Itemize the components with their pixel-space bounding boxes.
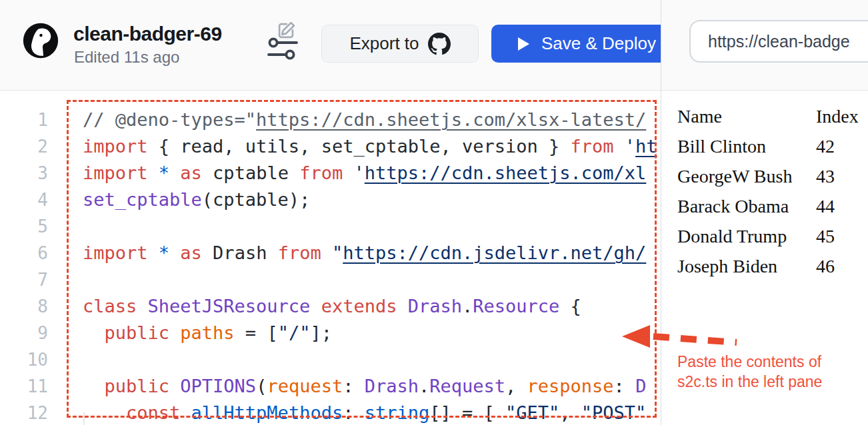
code-line[interactable]: 2import { read, utils, set_cptable, vers… [0, 133, 661, 160]
index-cell: 44 [816, 191, 859, 221]
index-cell: 43 [816, 161, 859, 191]
name-cell: Bill Clinton [677, 131, 816, 161]
code-text: public OPTIONS(request: Drash.Request, r… [83, 373, 646, 400]
table-row: Donald Trump45 [677, 221, 859, 251]
table-row: Barack Obama44 [677, 191, 859, 221]
code-lines: 1// @deno-types="https://cdn.sheetjs.com… [0, 107, 661, 425]
project-title: clean-badger-69 [73, 23, 222, 45]
name-cell: Name [677, 101, 816, 131]
line-number: 11 [0, 373, 48, 400]
index-cell: 42 [816, 131, 859, 161]
code-line[interactable]: 3import * as cptable from 'https://cdn.s… [0, 160, 661, 187]
code-text: import * as Drash from "https://cdn.jsde… [83, 240, 646, 266]
preview-toolbar [661, 0, 868, 91]
table-header-row: NameIndex [677, 101, 859, 131]
code-text: import * as cptable from 'https://cdn.sh… [83, 160, 646, 187]
code-text: import { read, utils, set_cptable, versi… [83, 133, 657, 160]
code-text: class SheetJSResource extends Drash.Reso… [83, 293, 581, 320]
line-number: 12 [0, 400, 48, 425]
code-line[interactable]: 8class SheetJSResource extends Drash.Res… [0, 293, 661, 320]
line-number: 3 [0, 160, 48, 187]
save-button-label: Save & Deploy [541, 33, 656, 54]
code-line[interactable]: 9 public paths = ["/"]; [0, 320, 661, 346]
name-cell: Barack Obama [677, 191, 816, 221]
line-number: 6 [0, 240, 48, 266]
export-button-label: Export to [349, 33, 419, 54]
save-deploy-button[interactable]: Save & Deploy [491, 25, 661, 63]
code-text: set_cptable(cptable); [83, 187, 310, 213]
play-icon [518, 37, 529, 51]
playground-header: clean-badger-69 Edited 11s ago Export to… [0, 0, 661, 91]
index-cell: 46 [816, 251, 859, 281]
github-icon [428, 33, 451, 55]
line-number: 4 [0, 187, 48, 213]
code-text: // @deno-types="https://cdn.sheetjs.com/… [83, 107, 646, 133]
line-number: 8 [0, 293, 48, 320]
table-row: Bill Clinton42 [677, 131, 859, 161]
code-line[interactable]: 1// @deno-types="https://cdn.sheetjs.com… [0, 107, 661, 133]
url-input[interactable] [689, 20, 868, 63]
line-number: 10 [0, 346, 48, 373]
share-settings-icon[interactable] [267, 37, 298, 61]
code-text: public paths = ["/"]; [83, 320, 332, 346]
code-line[interactable]: 6import * as Drash from "https://cdn.jsd… [0, 240, 661, 266]
playground-pane: clean-badger-69 Edited 11s ago Export to… [0, 0, 661, 425]
code-editor[interactable]: 1// @deno-types="https://cdn.sheetjs.com… [0, 91, 661, 425]
indent-guide [83, 412, 85, 425]
name-cell: Donald Trump [677, 221, 816, 251]
code-line[interactable]: 7 [0, 266, 661, 293]
code-text: const allHttpMethods: string[] = [ "GET"… [83, 400, 646, 425]
results-table-body: NameIndexBill Clinton42GeorgeW Bush43Bar… [677, 101, 859, 281]
name-cell: GeorgeW Bush [677, 161, 816, 191]
code-line[interactable]: 5 [0, 213, 661, 240]
edited-timestamp: Edited 11s ago [74, 48, 179, 67]
code-line[interactable]: 12 const allHttpMethods: string[] = [ "G… [0, 400, 661, 425]
code-line[interactable]: 4set_cptable(cptable); [0, 187, 661, 213]
line-number: 1 [0, 107, 48, 133]
line-number: 9 [0, 320, 48, 346]
line-number: 5 [0, 213, 48, 240]
table-row: GeorgeW Bush43 [677, 161, 859, 191]
deno-logo [22, 22, 59, 59]
line-number: 2 [0, 133, 48, 160]
code-line[interactable]: 10 [0, 346, 661, 373]
table-row: Joseph Biden46 [677, 251, 859, 281]
name-cell: Joseph Biden [677, 251, 816, 281]
index-cell: Index [816, 101, 859, 131]
index-cell: 45 [816, 221, 859, 251]
line-number: 7 [0, 266, 48, 293]
code-line[interactable]: 11 public OPTIONS(request: Drash.Request… [0, 373, 661, 400]
results-table: NameIndexBill Clinton42GeorgeW Bush43Bar… [677, 101, 859, 281]
export-to-github-button[interactable]: Export to [321, 25, 479, 63]
annotation-text: Paste the contents of s2c.ts in the left… [677, 352, 845, 392]
